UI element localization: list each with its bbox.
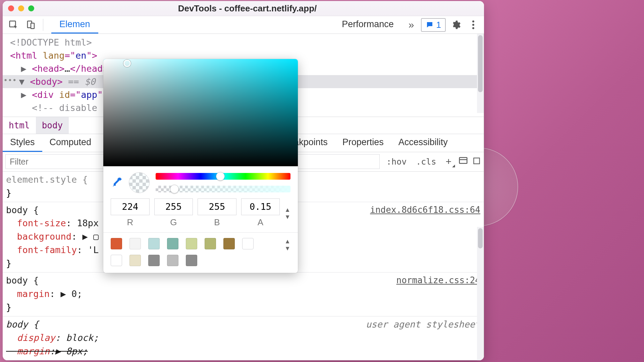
label-g: G (170, 217, 177, 228)
settings-button[interactable] (448, 17, 463, 32)
window-controls (8, 5, 34, 11)
device-toolbar-icon[interactable] (23, 17, 38, 32)
palette-swatch[interactable] (111, 238, 122, 249)
kebab-icon (472, 20, 475, 30)
sv-cursor[interactable] (123, 60, 131, 67)
subtab-accessibility[interactable]: Accessibility (391, 134, 455, 152)
computed-toggle-icon[interactable] (472, 156, 481, 167)
palette-swatch[interactable] (148, 255, 160, 266)
cls-button[interactable]: .cls (413, 157, 439, 167)
rule-body-2[interactable]: normalize.css:24 body { margin: ▶ 0; } (3, 273, 484, 316)
issues-count: 1 (436, 20, 441, 30)
subtab-computed[interactable]: Computed (42, 134, 99, 152)
hov-button[interactable]: :hov (384, 157, 409, 167)
color-mode-switcher[interactable]: ▲▼ (284, 205, 290, 221)
palette: ▲▼ (103, 236, 298, 273)
svg-point-5 (472, 27, 474, 29)
rule-body-ua[interactable]: user agent stylesheet body { display: bl… (3, 316, 484, 360)
palette-swatch[interactable] (186, 238, 197, 249)
color-picker: R G B A ▲▼ ▲▼ (103, 59, 298, 273)
svg-rect-2 (31, 23, 34, 28)
palette-swatch[interactable] (205, 238, 216, 249)
alpha-slider[interactable] (156, 186, 290, 192)
color-g-input[interactable] (154, 198, 193, 215)
subtab-properties[interactable]: Properties (335, 134, 391, 152)
tab-performance[interactable]: Performance (334, 16, 402, 34)
label-a: A (258, 217, 263, 228)
color-b-input[interactable] (198, 198, 236, 215)
color-r-input[interactable] (111, 198, 150, 215)
palette-swatch[interactable] (148, 238, 160, 249)
window-title: DevTools - coffee-cart.netlify.app/ (34, 3, 461, 14)
alpha-knob[interactable] (170, 185, 179, 193)
eyedropper-button[interactable] (111, 177, 123, 189)
rule-source-link[interactable]: index.8d6c6f18.css:64 (370, 203, 480, 216)
svg-rect-6 (460, 158, 467, 164)
desktop-background: DevTools - coffee-cart.netlify.app/ Elem… (0, 0, 644, 362)
palette-swatch[interactable] (186, 255, 197, 266)
overflow-tabs-button[interactable]: » (405, 19, 418, 31)
palette-swatch[interactable] (167, 255, 178, 266)
hue-slider[interactable] (156, 173, 290, 180)
inspect-element-icon[interactable] (6, 17, 21, 32)
palette-swatch[interactable] (167, 238, 178, 249)
palette-swatch[interactable] (242, 238, 254, 249)
styles-pane-icon[interactable] (458, 156, 468, 167)
minimize-window-button[interactable] (18, 5, 24, 11)
eyedropper-icon (111, 177, 123, 189)
palette-switcher[interactable]: ▲▼ (284, 238, 290, 252)
new-style-rule-button[interactable]: +◢ (443, 156, 454, 167)
palette-swatch[interactable] (129, 255, 141, 266)
palette-swatch[interactable] (111, 255, 122, 266)
label-r: R (127, 217, 133, 228)
svg-point-3 (472, 20, 474, 22)
label-b: B (214, 217, 220, 228)
panel-tabs: Elemen (51, 16, 98, 34)
palette-swatch[interactable] (129, 238, 141, 249)
elements-scrollbar[interactable] (477, 34, 484, 113)
gear-icon (451, 20, 461, 30)
styles-scrollbar[interactable] (477, 227, 484, 360)
close-window-button[interactable] (8, 5, 14, 11)
devtools-window: DevTools - coffee-cart.netlify.app/ Elem… (3, 1, 484, 360)
subtab-styles[interactable]: Styles (3, 134, 42, 152)
window-titlebar: DevTools - coffee-cart.netlify.app/ (3, 1, 484, 16)
more-menu-button[interactable] (466, 17, 481, 32)
tab-elements[interactable]: Elemen (51, 16, 98, 34)
rule-source-link[interactable]: normalize.css:24 (396, 274, 480, 287)
devtools-main: <!DOCTYPE html> <html lang="en"> ▶ <head… (3, 34, 484, 360)
saturation-value-field[interactable] (103, 59, 298, 166)
palette-swatch[interactable] (223, 238, 235, 249)
color-a-input[interactable] (241, 198, 280, 215)
issues-badge[interactable]: 1 (421, 18, 446, 32)
breadcrumb-body[interactable]: body (36, 117, 69, 134)
hue-knob[interactable] (216, 172, 225, 181)
maximize-window-button[interactable] (28, 5, 34, 11)
dom-doctype: <!DOCTYPE html> (10, 37, 92, 48)
svg-rect-7 (474, 158, 479, 164)
devtools-toolbar: Elemen Performance » 1 (3, 16, 484, 34)
current-color-swatch (129, 172, 150, 193)
ua-stylesheet-label: user agent stylesheet (366, 318, 480, 331)
chat-icon (426, 21, 434, 29)
breadcrumb-html[interactable]: html (3, 117, 36, 134)
svg-point-4 (472, 24, 474, 26)
